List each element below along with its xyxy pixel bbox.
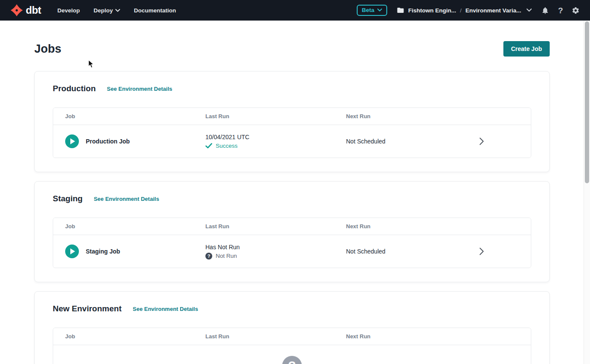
folder-icon <box>397 6 404 14</box>
nav-item-deploy[interactable]: Deploy <box>93 7 120 14</box>
column-header-last-run: Last Run <box>205 333 346 340</box>
row-chevron-cell <box>479 248 531 255</box>
chevron-down-icon <box>115 9 120 12</box>
vertical-scrollbar-track[interactable] <box>584 21 590 364</box>
next-run-cell: Not Scheduled <box>346 138 479 145</box>
create-job-button[interactable]: Create Job <box>503 41 550 57</box>
column-header-last-run: Last Run <box>205 223 346 230</box>
job-table: Job Last Run Next Run ? <box>53 328 531 364</box>
page-title: Jobs <box>34 42 61 56</box>
status-label: Not Run <box>216 253 237 259</box>
main-content: Jobs Create Job Production See Environme… <box>0 41 590 364</box>
last-run-status: Success <box>205 143 346 149</box>
success-check-icon <box>205 143 212 149</box>
environment-header: Staging See Environment Details <box>53 194 531 204</box>
settings-gear-icon[interactable] <box>572 6 580 15</box>
column-header-last-run: Last Run <box>205 113 346 119</box>
column-header-next-run: Next Run <box>346 333 479 340</box>
job-name: Production Job <box>86 138 130 145</box>
job-row-production-job[interactable]: Production Job 10/04/2021 UTC Success No… <box>53 125 531 158</box>
row-chevron-cell <box>479 137 531 145</box>
last-run-date: 10/04/2021 UTC <box>205 134 346 140</box>
environment-card-staging: Staging See Environment Details Job Last… <box>34 181 550 282</box>
environment-header: Production See Environment Details <box>53 84 531 94</box>
next-run-cell: Not Scheduled <box>346 248 479 255</box>
last-run-cell: Has Not Run ? Not Run <box>205 244 346 260</box>
breadcrumb-account: Fishtown Engin... <box>408 7 456 14</box>
job-row-staging-job[interactable]: Staging Job Has Not Run ? Not Run Not Sc… <box>53 235 531 268</box>
page-header: Jobs Create Job <box>34 41 550 57</box>
column-header-job: Job <box>65 333 205 340</box>
vertical-scrollbar-thumb[interactable] <box>585 21 589 183</box>
job-cell: Production Job <box>65 134 205 148</box>
chevron-right-icon[interactable] <box>479 137 484 145</box>
see-environment-details-link[interactable]: See Environment Details <box>94 196 159 202</box>
project-breadcrumb[interactable]: Fishtown Engin... / Environment Varia... <box>397 6 532 14</box>
job-cell: Staging Job <box>65 245 205 258</box>
job-table: Job Last Run Next Run Staging Job Has No… <box>53 218 531 268</box>
nav-item-documentation-label: Documentation <box>134 7 176 14</box>
column-header-job: Job <box>65 223 205 230</box>
nav-item-deploy-label: Deploy <box>93 7 113 14</box>
nav-item-develop-label: Develop <box>57 7 80 14</box>
not-run-question-icon: ? <box>205 253 212 260</box>
job-table: Job Last Run Next Run Production Job 10/… <box>53 107 531 158</box>
environment-header: New Environment See Environment Details <box>53 304 531 314</box>
breadcrumb-separator: / <box>460 7 462 14</box>
play-icon <box>70 138 75 144</box>
run-job-play-button[interactable] <box>65 134 79 148</box>
environment-title: New Environment <box>53 304 121 314</box>
nav-item-documentation[interactable]: Documentation <box>134 7 176 14</box>
breadcrumb-page: Environment Varia... <box>466 7 521 14</box>
environment-title: Staging <box>53 194 83 204</box>
question-glyph: ? <box>288 358 296 364</box>
column-header-next-run: Next Run <box>346 113 479 119</box>
chevron-right-icon[interactable] <box>479 248 484 255</box>
last-run-date: Has Not Run <box>205 244 346 251</box>
chevron-down-icon <box>377 9 382 12</box>
column-header-job: Job <box>65 113 205 119</box>
nav-icon-group: ? <box>541 6 580 15</box>
dbt-logo-text: dbt <box>26 5 41 15</box>
see-environment-details-link[interactable]: See Environment Details <box>107 86 172 92</box>
last-run-cell: 10/04/2021 UTC Success <box>205 134 346 149</box>
environment-title: Production <box>53 84 96 94</box>
notifications-bell-icon[interactable] <box>541 6 549 15</box>
job-name: Staging Job <box>86 248 120 255</box>
help-icon[interactable]: ? <box>558 6 563 15</box>
empty-jobs-area: ? <box>53 345 531 364</box>
job-table-header: Job Last Run Next Run <box>53 328 531 345</box>
nav-right-group: Beta Fishtown Engin... / Environment Var… <box>357 5 580 16</box>
environment-card-new-environment: New Environment See Environment Details … <box>34 291 550 364</box>
status-label: Success <box>216 143 238 149</box>
chevron-down-icon[interactable] <box>527 9 532 12</box>
dbt-logo[interactable]: dbt <box>10 4 41 17</box>
run-job-play-button[interactable] <box>65 245 79 258</box>
question-glyph: ? <box>208 254 211 259</box>
top-nav: dbt Develop Deploy Documentation Beta Fi… <box>0 0 590 21</box>
column-header-next-run: Next Run <box>346 223 479 230</box>
beta-label: Beta <box>362 7 374 13</box>
help-icon-glyph: ? <box>558 6 563 15</box>
empty-state-question-icon: ? <box>282 356 302 364</box>
play-icon <box>70 248 75 254</box>
nav-item-develop[interactable]: Develop <box>57 7 80 14</box>
see-environment-details-link[interactable]: See Environment Details <box>132 306 198 312</box>
last-run-status: ? Not Run <box>205 253 346 260</box>
environment-card-production: Production See Environment Details Job L… <box>34 71 550 172</box>
beta-dropdown[interactable]: Beta <box>357 5 387 16</box>
job-table-header: Job Last Run Next Run <box>53 218 531 235</box>
dbt-logo-icon <box>10 4 23 17</box>
job-table-header: Job Last Run Next Run <box>53 108 531 125</box>
